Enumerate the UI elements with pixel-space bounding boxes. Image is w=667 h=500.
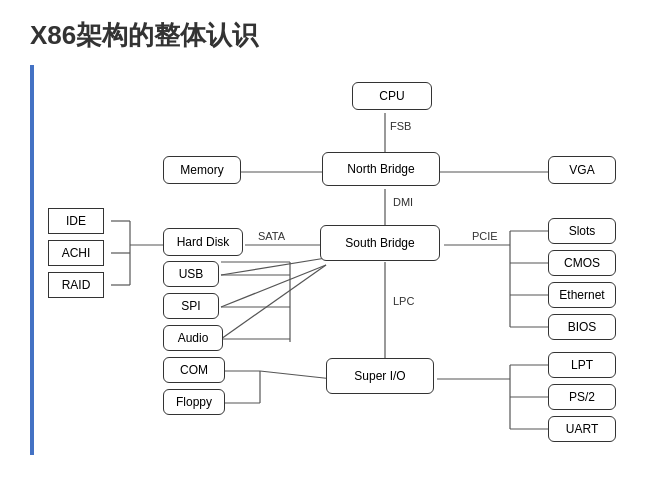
memory-box: Memory [163, 156, 241, 184]
south-bridge-box: South Bridge [320, 225, 440, 261]
page: X86架构的整体认识 [0, 0, 667, 500]
slots-box: Slots [548, 218, 616, 244]
com-box: COM [163, 357, 225, 383]
audio-box: Audio [163, 325, 223, 351]
accent-bar [30, 65, 34, 455]
svg-line-19 [260, 371, 333, 379]
svg-line-11 [221, 265, 326, 307]
page-title: X86架构的整体认识 [30, 18, 258, 53]
lpc-label: LPC [393, 295, 414, 307]
ide-box: IDE [48, 208, 104, 234]
usb-box: USB [163, 261, 219, 287]
ethernet-box: Ethernet [548, 282, 616, 308]
fsb-label: FSB [390, 120, 411, 132]
spi-box: SPI [163, 293, 219, 319]
svg-line-12 [221, 265, 326, 339]
hard-disk-box: Hard Disk [163, 228, 243, 256]
floppy-box: Floppy [163, 389, 225, 415]
svg-line-10 [221, 258, 326, 275]
vga-box: VGA [548, 156, 616, 184]
dmi-label: DMI [393, 196, 413, 208]
cmos-box: CMOS [548, 250, 616, 276]
north-bridge-box: North Bridge [322, 152, 440, 186]
lpt-box: LPT [548, 352, 616, 378]
sata-label: SATA [258, 230, 285, 242]
ps2-box: PS/2 [548, 384, 616, 410]
cpu-box: CPU [352, 82, 432, 110]
pcie-label: PCIE [472, 230, 498, 242]
bios-box: BIOS [548, 314, 616, 340]
achi-box: ACHI [48, 240, 104, 266]
uart-box: UART [548, 416, 616, 442]
raid-box: RAID [48, 272, 104, 298]
super-io-box: Super I/O [326, 358, 434, 394]
